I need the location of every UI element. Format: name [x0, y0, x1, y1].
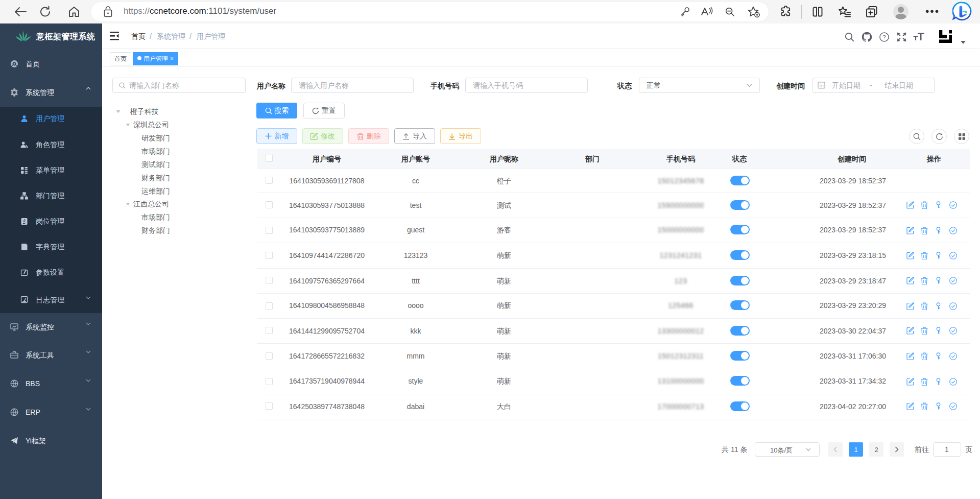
svg-text:?: ? — [882, 34, 886, 40]
